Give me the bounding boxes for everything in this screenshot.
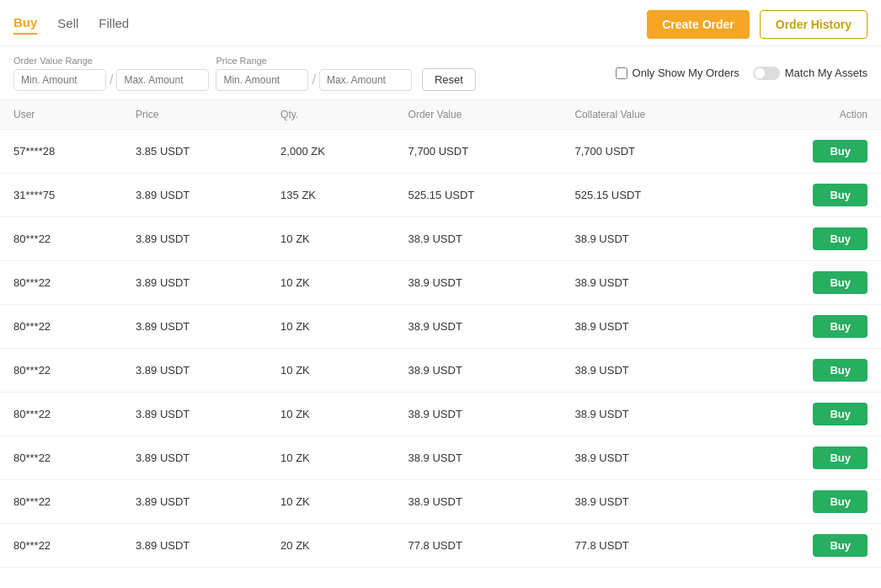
table-row: 80***223.89 USDT10 ZK38.9 USDT38.9 USDTB… — [0, 393, 881, 436]
user-cell: 57****28 — [0, 130, 122, 174]
user-cell: 80***22 — [0, 524, 122, 568]
qty-cell: 10 ZK — [267, 393, 394, 436]
order-value-inputs: / — [13, 69, 209, 91]
order-value-cell: 38.9 USDT — [395, 349, 562, 393]
action-cell: Buy — [735, 480, 881, 524]
order-value-cell: 38.9 USDT — [395, 261, 562, 305]
collateral-cell: 38.9 USDT — [561, 393, 735, 436]
table-row: 80***223.89 USDT10 ZK38.9 USDT38.9 USDTB… — [0, 349, 881, 393]
price-separator: / — [312, 72, 315, 88]
order-value-separator: / — [109, 72, 113, 88]
action-cell: Buy — [735, 217, 881, 261]
col-action: Action — [735, 100, 881, 130]
qty-cell: 135 ZK — [267, 174, 394, 217]
price-cell: 3.89 USDT — [122, 217, 267, 261]
only-show-orders-text: Only Show My Orders — [633, 67, 740, 79]
buy-button[interactable]: Buy — [813, 271, 868, 294]
price-cell: 3.89 USDT — [122, 524, 267, 568]
price-cell: 3.89 USDT — [122, 305, 267, 349]
buy-button[interactable]: Buy — [813, 140, 868, 163]
table-row: 31****753.89 USDT135 ZK525.15 USDT525.15… — [0, 174, 881, 217]
order-value-range-group: Order Value Range / — [13, 56, 209, 91]
user-cell: 80***22 — [0, 480, 122, 524]
tab-buy[interactable]: Buy — [13, 15, 37, 35]
price-min-input[interactable] — [216, 69, 308, 91]
order-value-cell: 38.9 USDT — [395, 480, 562, 524]
qty-cell: 20 ZK — [267, 524, 394, 568]
col-price: Price — [122, 100, 267, 130]
qty-cell: 10 ZK — [267, 436, 394, 480]
user-cell: 80***22 — [0, 217, 122, 261]
buy-button[interactable]: Buy — [813, 490, 868, 513]
price-cell: 3.89 USDT — [122, 393, 267, 436]
table-header: User Price Qty. Order Value Collateral V… — [0, 100, 881, 130]
order-value-cell: 525.15 USDT — [395, 174, 562, 217]
buy-button[interactable]: Buy — [813, 315, 868, 338]
reset-button[interactable]: Reset — [422, 68, 476, 91]
price-range-inputs: / — [216, 69, 411, 91]
create-order-button[interactable]: Create Order — [647, 10, 750, 39]
qty-cell: 2,000 ZK — [267, 130, 394, 174]
tab-sell[interactable]: Sell — [57, 16, 78, 34]
table-row: 80***223.89 USDT10 ZK38.9 USDT38.9 USDTB… — [0, 217, 881, 261]
buy-button[interactable]: Buy — [813, 227, 868, 250]
order-value-cell: 7,700 USDT — [395, 130, 562, 174]
orders-table: User Price Qty. Order Value Collateral V… — [0, 100, 881, 568]
action-cell: Buy — [735, 305, 881, 349]
action-cell: Buy — [735, 349, 881, 393]
price-range-group: Price Range / — [216, 56, 411, 91]
filter-right: Only Show My Orders Match My Assets — [616, 67, 868, 80]
match-assets-label: Match My Assets — [785, 67, 868, 79]
order-value-min-input[interactable] — [13, 69, 106, 91]
top-bar: Buy Sell Filled Create Order Order Histo… — [0, 0, 881, 46]
collateral-cell: 7,700 USDT — [561, 130, 735, 174]
buy-button[interactable]: Buy — [813, 446, 868, 469]
tab-group: Buy Sell Filled — [13, 15, 129, 35]
price-max-input[interactable] — [319, 69, 412, 91]
collateral-cell: 38.9 USDT — [561, 436, 735, 480]
order-value-range-label: Order Value Range — [13, 56, 209, 66]
price-cell: 3.85 USDT — [122, 130, 267, 174]
table-body: 57****283.85 USDT2,000 ZK7,700 USDT7,700… — [0, 130, 881, 568]
order-value-cell: 77.8 USDT — [395, 524, 562, 568]
buy-button[interactable]: Buy — [813, 359, 868, 382]
match-assets-toggle[interactable] — [753, 67, 780, 80]
user-cell: 80***22 — [0, 393, 122, 436]
col-qty: Qty. — [267, 100, 394, 130]
collateral-cell: 38.9 USDT — [561, 305, 735, 349]
buy-button[interactable]: Buy — [813, 184, 868, 206]
action-cell: Buy — [735, 174, 881, 217]
qty-cell: 10 ZK — [267, 261, 394, 305]
user-cell: 80***22 — [0, 436, 122, 480]
col-order-value: Order Value — [395, 100, 562, 130]
collateral-cell: 38.9 USDT — [561, 480, 735, 524]
order-value-cell: 38.9 USDT — [395, 217, 562, 261]
table-row: 80***223.89 USDT20 ZK77.8 USDT77.8 USDTB… — [0, 524, 881, 568]
action-cell: Buy — [735, 393, 881, 436]
only-show-orders-label[interactable]: Only Show My Orders — [616, 67, 740, 79]
collateral-cell: 38.9 USDT — [561, 349, 735, 393]
action-cell: Buy — [735, 130, 881, 174]
filter-bar: Order Value Range / Price Range / Reset … — [0, 46, 881, 100]
qty-cell: 10 ZK — [267, 349, 394, 393]
buy-button[interactable]: Buy — [813, 403, 868, 425]
collateral-cell: 525.15 USDT — [561, 174, 735, 217]
price-cell: 3.89 USDT — [122, 480, 267, 524]
table-row: 80***223.89 USDT10 ZK38.9 USDT38.9 USDTB… — [0, 436, 881, 480]
user-cell: 80***22 — [0, 261, 122, 305]
buy-button[interactable]: Buy — [813, 534, 868, 557]
collateral-cell: 38.9 USDT — [561, 261, 735, 305]
order-value-max-input[interactable] — [116, 69, 209, 91]
only-show-orders-checkbox[interactable] — [616, 67, 627, 79]
tab-filled[interactable]: Filled — [99, 16, 129, 34]
qty-cell: 10 ZK — [267, 217, 394, 261]
order-history-button[interactable]: Order History — [760, 10, 868, 39]
col-user: User — [0, 100, 122, 130]
user-cell: 31****75 — [0, 174, 122, 217]
order-value-cell: 38.9 USDT — [395, 436, 562, 480]
action-cell: Buy — [735, 261, 881, 305]
col-collateral: Collateral Value — [561, 100, 735, 130]
order-value-cell: 38.9 USDT — [395, 393, 562, 436]
price-range-label: Price Range — [216, 56, 411, 66]
table-row: 80***223.89 USDT10 ZK38.9 USDT38.9 USDTB… — [0, 261, 881, 305]
